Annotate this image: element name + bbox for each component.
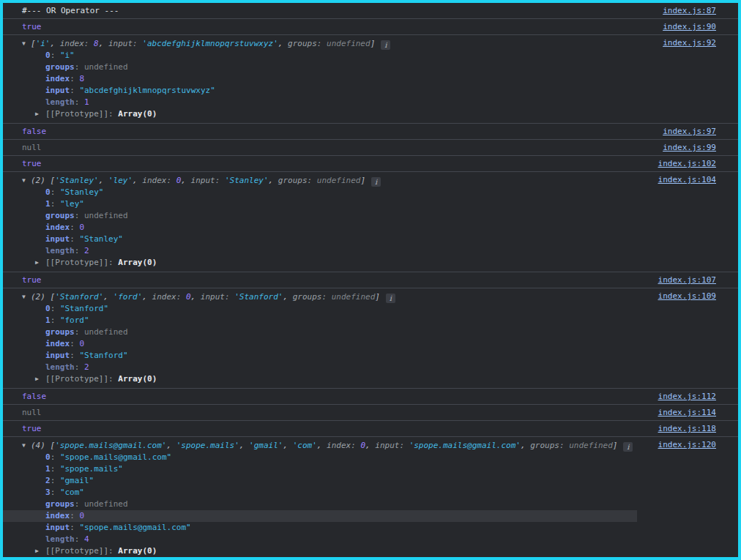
property-value: 0 bbox=[79, 339, 84, 348]
source-link[interactable]: index.js:97 bbox=[663, 126, 716, 137]
source-link[interactable]: index.js:107 bbox=[658, 275, 716, 285]
property-row: input: "Stanford" bbox=[22, 350, 716, 362]
property-row: length: 2 bbox=[22, 245, 716, 257]
property-value: 4 bbox=[84, 534, 89, 544]
console-message: index.js:118true bbox=[3, 421, 738, 437]
property-separator: : bbox=[51, 488, 60, 497]
property-value: "i" bbox=[60, 51, 75, 60]
property-row: input: "abcdefghijklmnopqrstuvwxyz" bbox=[22, 85, 716, 97]
info-icon[interactable]: i bbox=[623, 442, 633, 452]
preview-token: input: bbox=[375, 441, 409, 450]
property-value: undefined bbox=[84, 327, 128, 337]
preview-token: , bbox=[133, 176, 142, 185]
preview-token: 'Stanford' bbox=[55, 292, 103, 302]
source-link[interactable]: index.js:102 bbox=[658, 158, 716, 169]
property-separator: : bbox=[51, 51, 60, 60]
preview-token: , bbox=[103, 292, 113, 302]
property-row: length: 4 bbox=[22, 534, 716, 545]
preview-token: groups: bbox=[293, 292, 332, 302]
property-row: 0: "Stanford" bbox=[22, 303, 716, 315]
preview-token: index: bbox=[60, 39, 94, 48]
source-link[interactable]: index.js:112 bbox=[658, 391, 716, 402]
property-value: "gmail" bbox=[60, 476, 94, 485]
property-separator: : bbox=[70, 351, 79, 360]
preview-token: 'com' bbox=[293, 441, 317, 450]
triangle-right-icon[interactable]: ▶ bbox=[35, 257, 45, 269]
info-icon[interactable]: i bbox=[371, 177, 381, 187]
triangle-down-icon[interactable]: ▼ bbox=[22, 38, 31, 50]
console-message: index.js:107true bbox=[3, 272, 738, 288]
source-link[interactable]: index.js:109 bbox=[658, 291, 716, 302]
triangle-right-icon[interactable]: ▶ bbox=[35, 373, 45, 385]
source-link[interactable]: index.js:87 bbox=[663, 5, 716, 16]
prototype-row: ▶[[Prototype]]: Array(0) bbox=[22, 108, 716, 120]
source-link[interactable]: index.js:114 bbox=[658, 407, 716, 418]
array-preview-row[interactable]: ▼(2) ['Stanford', 'ford', index: 0, inpu… bbox=[22, 291, 716, 303]
property-value: 8 bbox=[79, 74, 84, 83]
property-value: "Stanley" bbox=[60, 187, 104, 197]
property-list: 0: "i"groups: undefinedindex: 8input: "a… bbox=[22, 50, 716, 120]
property-separator: : bbox=[75, 327, 84, 337]
triangle-down-icon[interactable]: ▼ bbox=[22, 440, 31, 452]
property-separator: : bbox=[70, 86, 79, 95]
info-icon[interactable]: i bbox=[381, 40, 390, 50]
array-length-badge: (2) bbox=[31, 292, 51, 302]
property-row: index: 0 bbox=[22, 338, 716, 350]
source-link[interactable]: index.js:99 bbox=[663, 142, 716, 153]
array-preview-row[interactable]: ▼['i', index: 8, input: 'abcdefghijklmno… bbox=[22, 38, 716, 50]
prototype-row: ▶[[Prototype]]: Array(0) bbox=[22, 257, 716, 269]
preview-token: ] bbox=[370, 39, 376, 48]
property-key: input bbox=[45, 351, 70, 360]
preview-token: index: bbox=[142, 176, 176, 185]
array-preview-row[interactable]: ▼(4) ['spope.mails@gmail.com', 'spope.ma… bbox=[22, 440, 716, 452]
property-key: groups bbox=[45, 499, 75, 509]
property-row: 0: "spope.mails@gmail.com" bbox=[22, 452, 716, 463]
property-value: "abcdefghijklmnopqrstuvwxyz" bbox=[79, 86, 215, 95]
array-preview-row[interactable]: ▼(2) ['Stanley', 'ley', index: 0, input:… bbox=[22, 175, 716, 187]
property-value: "ford" bbox=[60, 316, 89, 325]
triangle-down-icon[interactable]: ▼ bbox=[22, 175, 31, 187]
property-key: 1 bbox=[45, 316, 51, 325]
preview-token: undefined bbox=[332, 292, 376, 302]
property-separator: : bbox=[75, 62, 84, 72]
preview-token: input: bbox=[108, 39, 142, 48]
source-link[interactable]: index.js:92 bbox=[663, 37, 716, 48]
preview-token: , bbox=[239, 441, 249, 450]
property-key: 0 bbox=[45, 452, 51, 462]
property-key: groups bbox=[45, 327, 75, 337]
triangle-down-icon[interactable]: ▼ bbox=[22, 291, 31, 303]
property-value: "Stanley" bbox=[79, 234, 123, 244]
property-row: 3: "com" bbox=[22, 487, 716, 499]
property-row: input: "spope.mails@gmail.com" bbox=[22, 522, 716, 534]
preview-token: groups: bbox=[288, 39, 327, 48]
triangle-right-icon[interactable]: ▶ bbox=[35, 545, 45, 557]
property-separator: : bbox=[51, 476, 60, 485]
preview-token: groups: bbox=[530, 441, 569, 450]
source-link[interactable]: index.js:90 bbox=[663, 21, 716, 32]
source-link[interactable]: index.js:120 bbox=[658, 439, 716, 450]
triangle-right-icon[interactable]: ▶ bbox=[35, 108, 45, 120]
property-value: undefined bbox=[84, 499, 128, 509]
prototype-row: ▶[[Prototype]]: Array(0) bbox=[22, 545, 716, 557]
property-separator: : bbox=[51, 316, 60, 325]
property-key: 0 bbox=[45, 304, 51, 313]
property-separator: : bbox=[108, 109, 118, 119]
property-row: groups: undefined bbox=[22, 210, 716, 222]
source-link[interactable]: index.js:104 bbox=[658, 174, 716, 185]
preview-token: index: bbox=[152, 292, 186, 302]
console-message: index.js:112false bbox=[3, 389, 738, 405]
preview-token: ] bbox=[375, 292, 380, 302]
preview-token: groups: bbox=[278, 176, 317, 185]
property-row: index: 0 bbox=[22, 222, 716, 234]
info-icon[interactable]: i bbox=[386, 294, 395, 303]
preview-token: ] bbox=[360, 176, 365, 185]
property-row: 2: "gmail" bbox=[22, 475, 716, 487]
prototype-label: [[Prototype]] bbox=[45, 258, 108, 267]
preview-token: , bbox=[181, 176, 190, 185]
log-text: true bbox=[22, 275, 42, 285]
prototype-value: Array(0) bbox=[118, 546, 157, 556]
property-key: groups bbox=[45, 211, 75, 220]
source-link[interactable]: index.js:118 bbox=[658, 423, 716, 434]
property-row: groups: undefined bbox=[22, 61, 716, 73]
console-message: index.js:87#--- OR Operator --- bbox=[3, 3, 738, 19]
